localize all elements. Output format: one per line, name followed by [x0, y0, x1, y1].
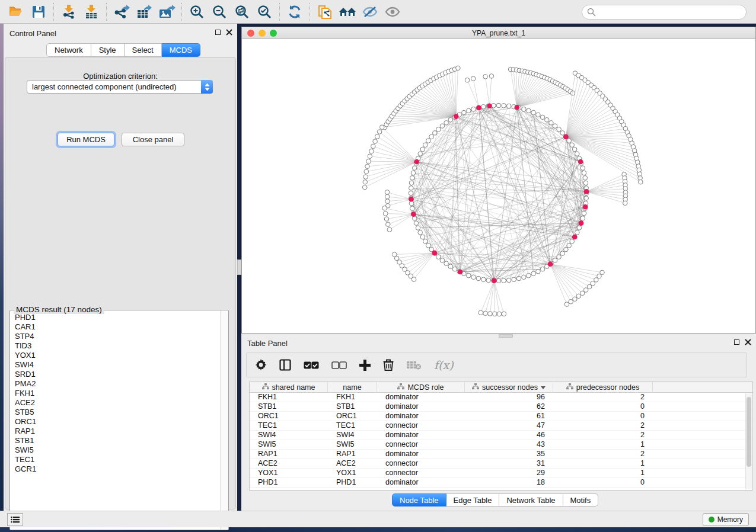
table-row[interactable]: TEC1TEC1connector472	[250, 421, 752, 431]
zoom-selected-icon[interactable]	[254, 2, 275, 22]
save-session-icon[interactable]	[28, 2, 49, 22]
export-network-icon[interactable]	[111, 2, 132, 22]
table-row[interactable]: PHD1PHD1dominator180	[250, 478, 752, 488]
table-row[interactable]: ORC1ORC1dominator610	[250, 412, 752, 421]
mcds-result-node[interactable]: STB1	[15, 436, 220, 446]
mcds-result-node[interactable]: SWI4	[15, 360, 220, 370]
function-builder-icon[interactable]: f(x)	[434, 358, 454, 371]
hide-selected-icon[interactable]	[360, 2, 380, 22]
zoom-in-icon[interactable]	[187, 2, 207, 22]
select-all-icon[interactable]	[304, 361, 319, 369]
network-canvas[interactable]	[242, 39, 755, 333]
table-cell: 31	[465, 459, 553, 468]
first-neighbors-icon[interactable]	[337, 2, 358, 22]
column-header-MCDS-role[interactable]: MCDS role	[377, 382, 465, 393]
tab-edge-table[interactable]: Edge Table	[446, 493, 500, 507]
open-file-icon[interactable]	[6, 2, 26, 22]
column-header-shared-name[interactable]: shared name	[250, 382, 328, 393]
close-table-panel-icon[interactable]	[745, 339, 751, 345]
mcds-result-node[interactable]: TID3	[15, 341, 220, 351]
table-row[interactable]: YOX1YOX1connector291	[250, 469, 752, 478]
table-row[interactable]: FKH1FKH1dominator962	[250, 393, 752, 402]
delete-table-icon[interactable]	[406, 360, 422, 370]
table-row[interactable]: ACE2ACE2connector311	[250, 459, 752, 469]
mcds-result-node[interactable]: STB5	[15, 408, 220, 417]
table-row[interactable]: RAP1RAP1dominator352	[250, 450, 752, 459]
tab-select[interactable]: Select	[125, 43, 162, 57]
tab-motifs[interactable]: Motifs	[563, 493, 599, 507]
task-history-button[interactable]	[7, 513, 23, 526]
table-row[interactable]: SWI4SWI4dominator462	[250, 431, 752, 440]
optimization-criterion-dropdown[interactable]: largest connected component (undirected)	[27, 80, 213, 94]
table-panel: Table Panel	[241, 334, 756, 511]
table-row[interactable]: STB1STB1dominator620	[250, 402, 752, 412]
toolbar-separator	[279, 3, 280, 21]
table-cell: SWI5	[328, 440, 377, 449]
column-header-name[interactable]: name	[328, 382, 377, 393]
mcds-result-node[interactable]: TEC1	[15, 455, 220, 464]
table-cell: ORC1	[250, 412, 328, 421]
window-minimize-icon[interactable]	[259, 30, 266, 37]
run-mcds-button[interactable]: Run MCDS	[58, 133, 114, 146]
table-cell: TEC1	[328, 421, 377, 430]
tab-style[interactable]: Style	[91, 43, 125, 57]
mcds-result-node[interactable]: PMA2	[15, 379, 220, 389]
apply-layout-icon[interactable]	[285, 2, 305, 22]
mcds-list-scrollbar[interactable]	[220, 311, 228, 529]
mcds-result-node[interactable]: CAR1	[15, 322, 220, 332]
mcds-result-node[interactable]: ACE2	[15, 398, 220, 408]
mcds-result-node[interactable]: RAP1	[15, 427, 220, 436]
duplicate-network-icon[interactable]	[315, 2, 335, 22]
splitpane-divider-handle[interactable]	[237, 259, 241, 275]
memory-button[interactable]: Memory	[703, 513, 749, 526]
import-network-icon[interactable]	[59, 2, 79, 22]
delete-column-icon[interactable]	[383, 359, 394, 371]
tab-mcds[interactable]: MCDS	[162, 43, 200, 57]
float-table-panel-icon[interactable]	[734, 339, 739, 345]
toolbar-separator	[181, 3, 182, 21]
mcds-result-node[interactable]: SRD1	[15, 370, 220, 379]
tab-network-table[interactable]: Network Table	[499, 493, 563, 507]
mcds-result-node[interactable]: PHD1	[15, 313, 220, 322]
mcds-result-node[interactable]: STP4	[15, 332, 220, 341]
float-panel-icon[interactable]	[215, 30, 221, 35]
export-table-icon[interactable]	[134, 2, 154, 22]
tab-node-table[interactable]: Node Table	[392, 493, 446, 507]
import-table-icon[interactable]	[81, 2, 101, 22]
search-input[interactable]	[582, 5, 747, 20]
add-column-icon[interactable]	[359, 360, 371, 371]
tab-network[interactable]: Network	[46, 43, 91, 57]
mcds-result-list[interactable]: PHD1CAR1STP4TID3YOX1SWI4SRD1PMA2FKH1ACE2…	[11, 313, 220, 529]
table-cell: ACE2	[328, 459, 377, 468]
table-row[interactable]: SWI5SWI5connector431	[250, 440, 752, 450]
memory-label: Memory	[717, 515, 743, 524]
window-maximize-icon[interactable]	[270, 30, 277, 37]
mcds-result-node[interactable]: SWI5	[15, 446, 220, 455]
network-graph[interactable]	[242, 39, 755, 333]
column-header-predecessor-nodes[interactable]: predecessor nodes	[553, 382, 653, 393]
table-scrollbar[interactable]	[745, 393, 752, 489]
table-cell: 61	[465, 412, 553, 421]
table-cell: dominator	[377, 450, 465, 459]
mcds-result-node[interactable]: GCR1	[15, 464, 220, 474]
zoom-fit-icon[interactable]	[232, 2, 252, 22]
show-all-icon[interactable]	[382, 2, 403, 22]
network-window-titlebar[interactable]: YPA_prune.txt_1	[242, 27, 755, 39]
mcds-result-node[interactable]: FKH1	[15, 389, 220, 398]
column-header-successor-nodes[interactable]: successor nodes	[465, 382, 553, 393]
table-cell: dominator	[377, 402, 465, 411]
table-cell: 0	[553, 478, 653, 487]
node-table[interactable]: shared namenameMCDS rolesuccessor nodesp…	[249, 382, 753, 491]
close-panel-button[interactable]: Close panel	[122, 133, 184, 146]
table-cell: connector	[377, 421, 465, 430]
window-close-icon[interactable]	[247, 30, 254, 37]
export-image-icon[interactable]	[157, 2, 177, 22]
show-columns-icon[interactable]	[279, 359, 291, 371]
mcds-result-node[interactable]: ORC1	[15, 417, 220, 427]
close-panel-icon[interactable]	[226, 29, 232, 36]
zoom-out-icon[interactable]	[209, 2, 229, 22]
settings-gear-icon[interactable]	[255, 359, 267, 371]
deselect-all-icon[interactable]	[331, 361, 347, 369]
table-scrollbar-thumb[interactable]	[747, 397, 751, 467]
mcds-result-node[interactable]: YOX1	[15, 351, 220, 360]
